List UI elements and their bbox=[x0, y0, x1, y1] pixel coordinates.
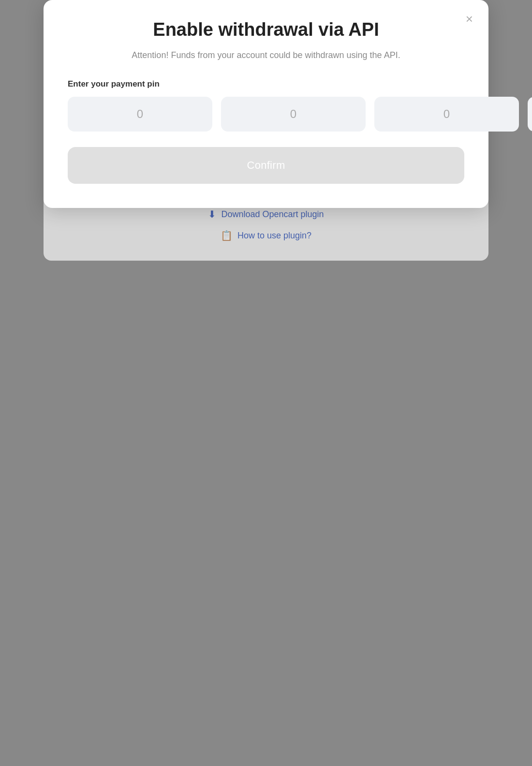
pin-input-1[interactable] bbox=[68, 97, 212, 132]
modal-title: Enable withdrawal via API bbox=[68, 19, 464, 40]
pin-input-4[interactable] bbox=[528, 97, 532, 132]
download-opencart-link[interactable]: ⬇ Download Opencart plugin bbox=[208, 208, 324, 220]
modal-container: × Enable withdrawal via API Attention! F… bbox=[44, 0, 488, 208]
page-wrapper: Who pays the commission Site ∨ ✓ White-l… bbox=[44, 15, 488, 261]
pin-inputs bbox=[68, 97, 464, 132]
download-icon: ⬇ bbox=[208, 208, 216, 220]
pin-input-2[interactable] bbox=[221, 97, 366, 132]
download-link-text: Download Opencart plugin bbox=[221, 209, 324, 220]
pin-label: Enter your payment pin bbox=[68, 79, 464, 89]
howto-link-text: How to use plugin? bbox=[237, 231, 311, 241]
modal-close-button[interactable]: × bbox=[464, 11, 475, 27]
modal-subtitle: Attention! Funds from your account could… bbox=[68, 49, 464, 62]
document-icon: 📋 bbox=[221, 230, 233, 241]
howto-plugin-link[interactable]: 📋 How to use plugin? bbox=[221, 230, 311, 241]
links-section: ⬇ Download Opencart plugin 📋 How to use … bbox=[63, 208, 469, 241]
confirm-button[interactable]: Confirm bbox=[68, 147, 464, 184]
pin-input-3[interactable] bbox=[374, 97, 519, 132]
modal-dialog: × Enable withdrawal via API Attention! F… bbox=[44, 0, 488, 208]
